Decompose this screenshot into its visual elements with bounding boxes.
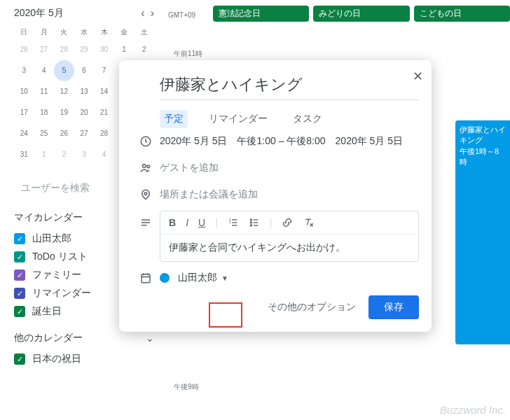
dow-header: 火 — [54, 25, 74, 39]
mini-calendar-title: 2020年 5月 — [14, 7, 64, 20]
location-icon — [139, 188, 152, 201]
mini-cal-day[interactable]: 29 — [74, 39, 95, 60]
add-guests-input[interactable]: ゲストを追加 — [160, 162, 419, 174]
mini-cal-day[interactable]: 12 — [54, 81, 74, 102]
dow-header: 金 — [114, 25, 135, 39]
event-time: 午後1時～8時 — [460, 146, 506, 168]
save-button[interactable]: 保存 — [368, 295, 419, 319]
mini-cal-day[interactable]: 19 — [54, 102, 74, 123]
calendar-checkbox[interactable]: ✓ — [14, 354, 25, 365]
event-datetime[interactable]: 2020年 5月 5日 午後1:00 – 午後8:00 2020年 5月 5日 — [160, 135, 419, 148]
tab-event[interactable]: 予定 — [160, 110, 188, 128]
unordered-list-icon[interactable] — [249, 217, 260, 228]
svg-point-12 — [250, 219, 251, 220]
svg-point-16 — [250, 225, 251, 226]
mini-cal-day[interactable]: 2 — [54, 144, 74, 165]
calendar-event-block[interactable]: 伊藤家とハイキング 午後1時～8時 — [455, 120, 510, 344]
time-label-9pm: 午後9時 — [174, 382, 199, 392]
mini-cal-day[interactable]: 5 — [54, 60, 74, 81]
watermark: Buzzword Inc. — [440, 404, 506, 416]
mini-cal-day[interactable]: 2 — [134, 39, 154, 60]
svg-rect-20 — [142, 274, 150, 283]
italic-button[interactable]: I — [186, 217, 188, 228]
calendar-label: 日本の祝日 — [32, 353, 81, 365]
mini-cal-prev[interactable]: ‹ — [141, 7, 144, 20]
mini-cal-day[interactable]: 21 — [94, 102, 114, 123]
svg-point-3 — [144, 192, 147, 195]
other-calendars-heading[interactable]: 他のカレンダー — [14, 332, 83, 344]
underline-button[interactable]: U — [198, 217, 205, 228]
mini-cal-day[interactable]: 27 — [74, 123, 95, 144]
dow-header: 水 — [74, 25, 95, 39]
mini-cal-day[interactable]: 10 — [14, 81, 34, 102]
tab-reminder[interactable]: リマインダー — [205, 110, 272, 128]
mini-cal-day[interactable]: 11 — [34, 81, 55, 102]
mini-cal-day[interactable]: 28 — [54, 39, 74, 60]
link-icon[interactable] — [282, 217, 293, 228]
mini-cal-day[interactable]: 26 — [54, 123, 74, 144]
bold-button[interactable]: B — [169, 217, 176, 228]
mini-cal-day[interactable]: 18 — [34, 102, 55, 123]
dow-header: 日 — [14, 25, 34, 39]
calendar-checkbox[interactable]: ✓ — [14, 270, 25, 281]
mini-cal-day[interactable]: 26 — [14, 39, 34, 60]
close-icon[interactable]: ✕ — [413, 69, 423, 84]
calendar-label: リマインダー — [32, 287, 91, 300]
mini-cal-day[interactable]: 4 — [94, 144, 114, 165]
event-title-input[interactable]: 伊藤家とハイキング — [160, 74, 419, 100]
mini-cal-day[interactable]: 3 — [74, 144, 95, 165]
mini-cal-day[interactable]: 17 — [14, 102, 34, 123]
chevron-down-icon[interactable]: ▼ — [221, 274, 228, 282]
mini-cal-day[interactable]: 30 — [94, 39, 114, 60]
mini-cal-day[interactable]: 28 — [94, 123, 114, 144]
chevron-down-icon[interactable]: ⌄ — [146, 332, 154, 344]
time-label-11am: 午前11時 — [174, 49, 202, 59]
mini-cal-next[interactable]: › — [151, 7, 154, 20]
event-create-dialog: ✕ 伊藤家とハイキング 予定 リマインダー タスク 2020年 5月 5日 午後… — [119, 60, 432, 332]
tab-task[interactable]: タスク — [289, 110, 326, 128]
mini-cal-day[interactable]: 1 — [114, 39, 135, 60]
add-location-input[interactable]: 場所または会議を追加 — [160, 188, 419, 201]
mini-cal-day[interactable]: 14 — [94, 81, 114, 102]
clear-format-icon[interactable] — [303, 217, 314, 228]
calendar-checkbox[interactable]: ✓ — [14, 306, 25, 317]
svg-point-2 — [147, 165, 150, 168]
mini-cal-day[interactable]: 20 — [74, 102, 95, 123]
mini-cal-day[interactable]: 24 — [14, 123, 34, 144]
calendar-label: 山田太郎 — [32, 232, 71, 245]
mini-cal-day[interactable]: 25 — [34, 123, 55, 144]
calendar-label: ファミリー — [32, 269, 81, 281]
mini-cal-day[interactable]: 27 — [34, 39, 55, 60]
mini-cal-day[interactable]: 7 — [94, 60, 114, 81]
calendar-icon — [139, 272, 152, 284]
description-icon — [139, 216, 152, 229]
svg-point-14 — [250, 222, 251, 223]
dow-header: 土 — [134, 25, 154, 39]
calendar-color-dot — [160, 273, 170, 283]
mini-cal-day[interactable]: 3 — [14, 60, 34, 81]
allday-event-chip[interactable]: こどもの日 — [414, 6, 510, 22]
svg-text:2: 2 — [229, 220, 231, 224]
calendar-label: ToDo リスト — [32, 251, 88, 263]
calendar-checkbox[interactable]: ✓ — [14, 233, 25, 244]
calendar-checkbox[interactable]: ✓ — [14, 288, 25, 299]
my-calendars-heading[interactable]: マイカレンダー — [14, 211, 83, 224]
mini-cal-day[interactable]: 6 — [74, 60, 95, 81]
mini-cal-day[interactable]: 1 — [34, 144, 55, 165]
allday-event-chip[interactable]: 憲法記念日 — [213, 6, 309, 22]
mini-cal-day[interactable]: 4 — [34, 60, 55, 81]
calendar-list-item[interactable]: ✓日本の祝日 — [14, 350, 154, 368]
mini-cal-day[interactable]: 31 — [14, 144, 34, 165]
people-icon — [139, 162, 152, 174]
svg-point-1 — [143, 164, 146, 168]
ordered-list-icon[interactable]: 12 — [228, 217, 239, 228]
allday-event-chip[interactable]: みどりの日 — [313, 6, 409, 22]
calendar-label: 誕生日 — [32, 305, 62, 318]
event-title: 伊藤家とハイキング — [460, 125, 506, 146]
mini-cal-day[interactable]: 13 — [74, 81, 95, 102]
calendar-selector[interactable]: 山田太郎 — [178, 272, 217, 284]
dow-header: 木 — [94, 25, 114, 39]
more-options-link[interactable]: その他のオプション — [268, 301, 356, 314]
calendar-checkbox[interactable]: ✓ — [14, 251, 25, 262]
description-textarea[interactable]: 伊藤家と合同でハイキングへお出かけ。 — [160, 234, 418, 261]
